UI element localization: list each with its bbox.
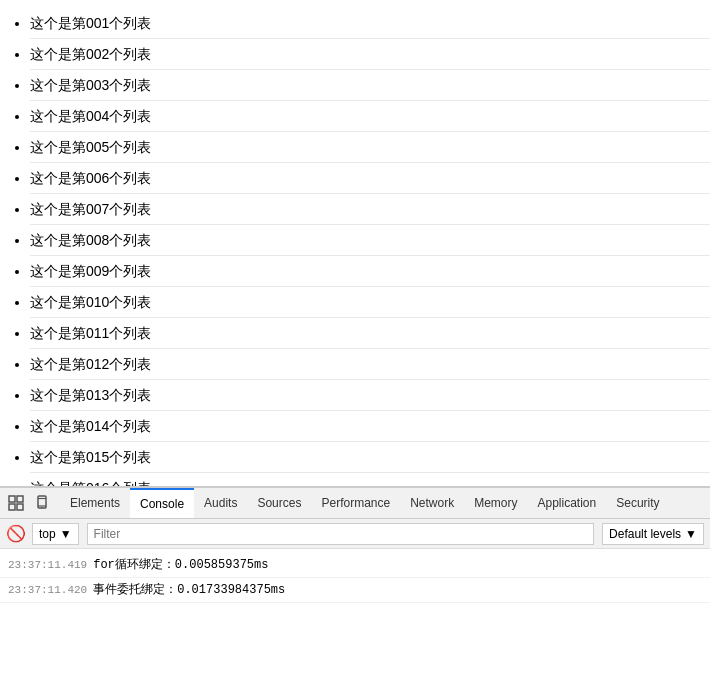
svg-rect-2 bbox=[17, 496, 23, 502]
log-timestamp: 23:37:11.420 bbox=[8, 581, 87, 599]
main-content: 这个是第001个列表这个是第002个列表这个是第003个列表这个是第004个列表… bbox=[0, 0, 710, 487]
console-log: 23:37:11.419for循环绑定：0.005859375ms23:37:1… bbox=[0, 549, 710, 607]
tab-memory[interactable]: Memory bbox=[464, 488, 527, 518]
tab-security[interactable]: Security bbox=[606, 488, 669, 518]
context-chevron: ▼ bbox=[60, 527, 72, 541]
devtools-tabs: ElementsConsoleAuditsSourcesPerformanceN… bbox=[0, 487, 710, 519]
tab-performance[interactable]: Performance bbox=[311, 488, 400, 518]
tab-network[interactable]: Network bbox=[400, 488, 464, 518]
tab-audits[interactable]: Audits bbox=[194, 488, 247, 518]
tab-elements[interactable]: Elements bbox=[60, 488, 130, 518]
list-item: 这个是第014个列表 bbox=[30, 411, 710, 442]
tab-sources[interactable]: Sources bbox=[247, 488, 311, 518]
inspect-icon-button[interactable] bbox=[4, 491, 28, 515]
tab-application[interactable]: Application bbox=[528, 488, 607, 518]
log-line: 23:37:11.420事件委托绑定：0.01733984375ms bbox=[0, 578, 710, 603]
log-line: 23:37:11.419for循环绑定：0.005859375ms bbox=[0, 553, 710, 578]
svg-rect-3 bbox=[17, 504, 23, 510]
filter-input[interactable] bbox=[87, 523, 594, 545]
list-item: 这个是第011个列表 bbox=[30, 318, 710, 349]
svg-rect-1 bbox=[9, 504, 15, 510]
clear-log-icon[interactable]: 🚫 bbox=[6, 524, 26, 543]
list-item: 这个是第005个列表 bbox=[30, 132, 710, 163]
tabs-list: ElementsConsoleAuditsSourcesPerformanceN… bbox=[60, 488, 670, 518]
context-selector[interactable]: top ▼ bbox=[32, 523, 79, 545]
list-item: 这个是第016个列表 bbox=[30, 473, 710, 487]
list-container: 这个是第001个列表这个是第002个列表这个是第003个列表这个是第004个列表… bbox=[0, 8, 710, 487]
list-item: 这个是第012个列表 bbox=[30, 349, 710, 380]
svg-rect-0 bbox=[9, 496, 15, 502]
console-toolbar: 🚫 top ▼ Default levels ▼ bbox=[0, 519, 710, 549]
log-levels-selector[interactable]: Default levels ▼ bbox=[602, 523, 704, 545]
log-levels-label: Default levels bbox=[609, 527, 681, 541]
list-item: 这个是第007个列表 bbox=[30, 194, 710, 225]
log-levels-chevron: ▼ bbox=[685, 527, 697, 541]
list-item: 这个是第003个列表 bbox=[30, 70, 710, 101]
device-toolbar-button[interactable] bbox=[32, 491, 56, 515]
list-item: 这个是第009个列表 bbox=[30, 256, 710, 287]
list-item: 这个是第008个列表 bbox=[30, 225, 710, 256]
svg-point-7 bbox=[41, 507, 42, 508]
log-message: 事件委托绑定：0.01733984375ms bbox=[93, 581, 285, 599]
log-timestamp: 23:37:11.419 bbox=[8, 556, 87, 574]
list-item: 这个是第004个列表 bbox=[30, 101, 710, 132]
list-item: 这个是第001个列表 bbox=[30, 8, 710, 39]
list-item: 这个是第015个列表 bbox=[30, 442, 710, 473]
list-item: 这个是第013个列表 bbox=[30, 380, 710, 411]
context-label: top bbox=[39, 527, 56, 541]
log-message: for循环绑定：0.005859375ms bbox=[93, 556, 268, 574]
list-item: 这个是第006个列表 bbox=[30, 163, 710, 194]
tab-console[interactable]: Console bbox=[130, 488, 194, 518]
list-item: 这个是第010个列表 bbox=[30, 287, 710, 318]
list-item: 这个是第002个列表 bbox=[30, 39, 710, 70]
